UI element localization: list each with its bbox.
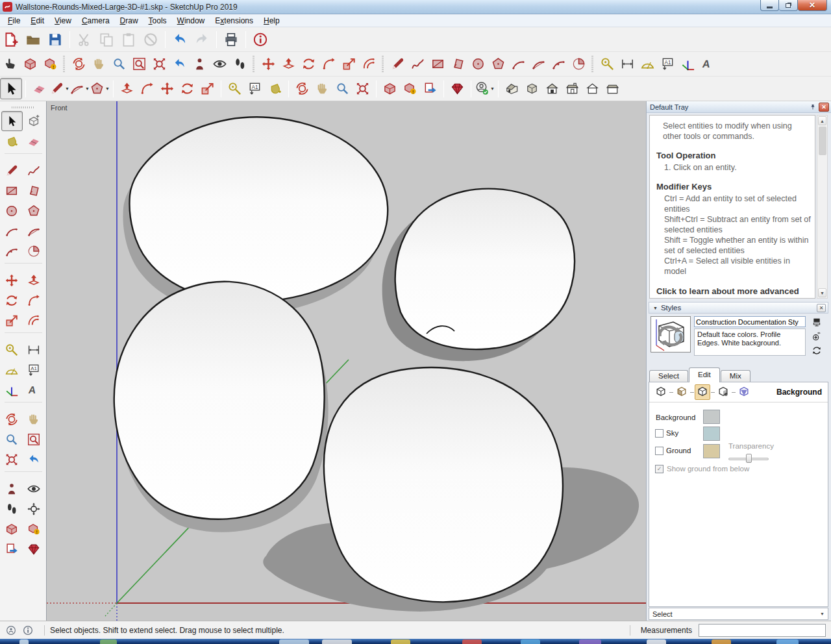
3d-warehouse-button[interactable] — [1, 519, 23, 539]
close-button[interactable]: ✕ — [798, 0, 827, 11]
protractor-button[interactable] — [1, 360, 23, 380]
zoom-button[interactable] — [332, 79, 353, 99]
taskbar-app-hint[interactable] — [279, 639, 309, 644]
make-component-button[interactable] — [23, 111, 45, 131]
model-info-button[interactable] — [249, 29, 271, 50]
view-iso-button[interactable] — [502, 79, 522, 99]
tray-close-button[interactable]: ✕ — [819, 103, 829, 112]
ground-checkbox[interactable] — [655, 447, 664, 455]
follow-me-button[interactable] — [137, 79, 157, 99]
model-viewport[interactable] — [47, 101, 646, 621]
learn-more-link[interactable]: Click to learn about more advanced opera… — [656, 286, 811, 299]
offset-button[interactable] — [359, 54, 379, 74]
zoom-window-button[interactable] — [23, 429, 45, 449]
extension-warehouse-button[interactable] — [23, 519, 45, 539]
two-point-arc-button[interactable] — [528, 54, 549, 74]
pan-button[interactable] — [89, 54, 109, 74]
pan-button[interactable] — [23, 409, 45, 429]
menu-draw[interactable]: Draw — [115, 15, 143, 27]
extension-warehouse-button[interactable] — [400, 79, 420, 99]
collapsed-panel-bar[interactable]: Select ▼ — [649, 608, 828, 620]
save-button[interactable] — [44, 29, 66, 50]
new-button[interactable] — [0, 29, 22, 50]
rotate-button[interactable] — [1, 290, 23, 310]
measurements-input[interactable] — [699, 624, 826, 637]
minimize-button[interactable] — [760, 0, 779, 11]
select-button[interactable] — [1, 111, 23, 131]
section-target-button[interactable] — [23, 499, 45, 519]
paint-bucket-button[interactable] — [1, 131, 23, 151]
look-around-button[interactable] — [210, 54, 230, 74]
background-color-swatch[interactable] — [703, 410, 720, 424]
account-button[interactable]: ▼ — [475, 79, 495, 99]
text-button[interactable] — [245, 79, 265, 99]
stone-2[interactable] — [395, 189, 575, 350]
share-component-button[interactable] — [40, 54, 60, 74]
ground-color-swatch[interactable] — [703, 444, 720, 458]
pie-button[interactable] — [569, 54, 589, 74]
menu-window[interactable]: Window — [172, 15, 210, 27]
eraser-button[interactable] — [29, 79, 49, 99]
style-name-input[interactable] — [694, 316, 806, 327]
arc-button[interactable] — [508, 54, 528, 74]
two-point-arc-button[interactable] — [23, 221, 45, 241]
taskbar-app-hint[interactable] — [322, 639, 352, 644]
styles-close-button[interactable]: ✕ — [817, 304, 826, 312]
dimension-button[interactable] — [23, 340, 45, 360]
previous-button[interactable] — [169, 54, 190, 74]
zoom-extents-button[interactable] — [353, 79, 373, 99]
taskbar-app-hint[interactable] — [776, 639, 799, 644]
edge-settings-button[interactable] — [653, 384, 669, 400]
restore-button[interactable] — [779, 0, 798, 11]
get-models-button[interactable] — [20, 54, 40, 74]
3d-text-button[interactable] — [698, 54, 718, 74]
zoom-button[interactable] — [109, 54, 129, 74]
freehand-button[interactable] — [23, 160, 45, 180]
three-point-arc-button[interactable] — [549, 54, 569, 74]
taskbar-app-hint[interactable] — [19, 639, 29, 644]
taskbar-app-hint[interactable] — [391, 639, 410, 644]
modeling-settings-button[interactable] — [736, 384, 752, 400]
scroll-up-icon[interactable]: ▲ — [818, 116, 826, 125]
3d-warehouse-button[interactable] — [380, 79, 400, 99]
face-settings-button[interactable] — [674, 384, 689, 400]
shapes-dropdown-icon[interactable]: ▼ — [105, 86, 110, 91]
taskbar-app-hint[interactable] — [521, 639, 540, 644]
scrollbar-thumb[interactable] — [819, 127, 826, 155]
transparency-slider-thumb[interactable] — [746, 454, 752, 463]
rectangle-button[interactable] — [428, 54, 448, 74]
line-button[interactable] — [388, 54, 408, 74]
eraser-button[interactable] — [23, 131, 45, 151]
rectangle-button[interactable] — [1, 180, 23, 201]
arc-button[interactable] — [1, 221, 23, 241]
sky-color-swatch[interactable] — [703, 427, 720, 441]
windows-taskbar[interactable] — [0, 639, 831, 644]
zoom-extents-button[interactable] — [1, 449, 23, 469]
circle-button[interactable] — [468, 54, 488, 74]
push-pull-button[interactable] — [117, 79, 137, 99]
3d-text-button[interactable] — [23, 380, 45, 400]
tape-measure-button[interactable] — [1, 340, 23, 360]
arcs-dropdown-icon[interactable]: ▼ — [85, 86, 90, 91]
look-around-button[interactable] — [23, 478, 45, 499]
text-button[interactable] — [658, 54, 678, 74]
styles-panel-header[interactable]: ▼ Styles ✕ — [649, 302, 828, 314]
account-dropdown-icon[interactable]: ▼ — [490, 86, 495, 91]
menu-tools[interactable]: Tools — [143, 15, 172, 27]
paste-button[interactable] — [118, 29, 140, 50]
tape-measure-button[interactable] — [225, 79, 245, 99]
cut-button[interactable] — [73, 29, 95, 50]
orbit-button[interactable] — [1, 409, 23, 429]
stone-3[interactable] — [114, 282, 325, 519]
pan-button[interactable] — [312, 79, 332, 99]
move-button[interactable] — [1, 270, 23, 290]
undo-button[interactable] — [169, 29, 191, 50]
rotate-button[interactable] — [299, 54, 319, 74]
taskbar-app-hint[interactable] — [647, 639, 666, 644]
menu-edit[interactable]: Edit — [25, 15, 49, 27]
orbit-button[interactable] — [69, 54, 89, 74]
modeling-canvas[interactable]: Front — [47, 101, 646, 621]
axes-button[interactable] — [678, 54, 698, 74]
menu-file[interactable]: File — [3, 15, 25, 27]
menu-help[interactable]: Help — [258, 15, 285, 27]
